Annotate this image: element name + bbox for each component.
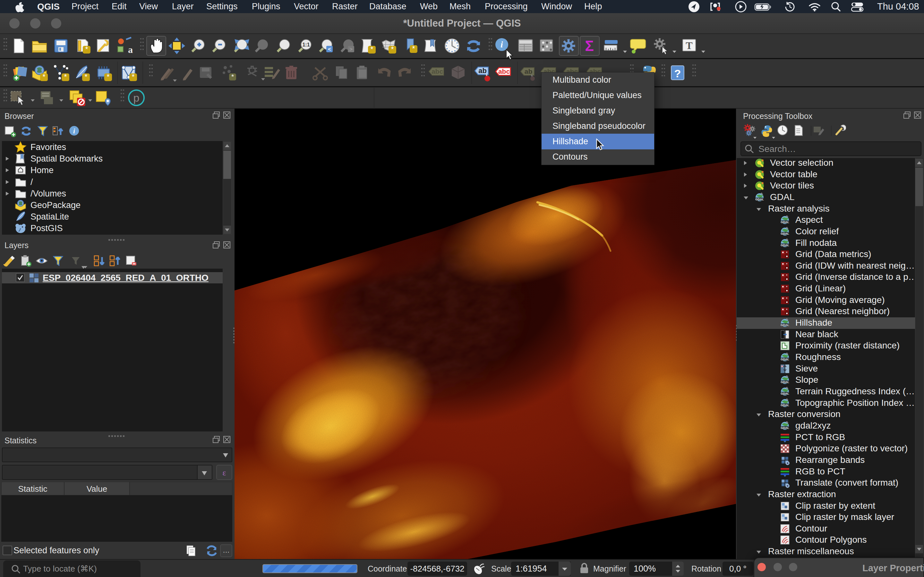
svg-text:*: * — [391, 45, 394, 53]
svg-text:i: i — [73, 127, 75, 135]
svg-text:*: * — [132, 73, 135, 81]
svg-text:ab: ab — [525, 68, 533, 75]
svg-text:GDAL: GDAL — [780, 324, 789, 327]
svg-text:*: * — [43, 73, 45, 81]
svg-text:*: * — [371, 45, 373, 53]
svg-text:*: * — [412, 45, 415, 53]
svg-text:*: * — [86, 45, 88, 53]
svg-text:GDAL: GDAL — [780, 404, 789, 407]
svg-text:GDAL: GDAL — [780, 426, 789, 430]
svg-text:*: * — [64, 73, 67, 81]
svg-text:?: ? — [674, 67, 681, 79]
svg-text:*: * — [85, 73, 87, 81]
svg-text:Σ: Σ — [585, 37, 594, 54]
svg-text:i: i — [501, 39, 503, 49]
svg-text:GDAL: GDAL — [780, 243, 789, 247]
svg-text:abc: abc — [431, 68, 443, 75]
svg-text:T: T — [686, 40, 692, 51]
svg-text:*: * — [107, 73, 110, 81]
svg-text:p: p — [134, 92, 140, 104]
svg-text:GDAL: GDAL — [780, 392, 789, 395]
svg-text:GDAL: GDAL — [780, 232, 789, 235]
svg-text:GDAL: GDAL — [780, 380, 789, 384]
svg-text:a: a — [128, 44, 133, 55]
svg-text:>: > — [349, 46, 352, 52]
svg-text:abc: abc — [498, 68, 510, 75]
svg-text:1:1: 1:1 — [302, 42, 310, 47]
svg-text:GDAL: GDAL — [780, 221, 789, 224]
svg-text:*: * — [231, 73, 234, 80]
svg-text:ab: ab — [478, 67, 487, 75]
svg-text:<: < — [328, 46, 331, 52]
svg-text:GDAL: GDAL — [780, 358, 789, 361]
svg-text:GDAL: GDAL — [755, 198, 764, 201]
